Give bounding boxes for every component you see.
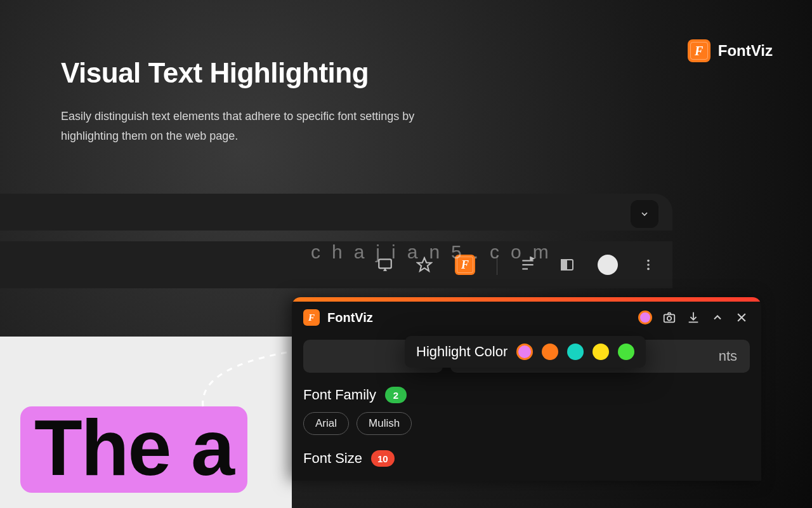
toolbar-separator bbox=[497, 255, 497, 275]
browser-tabbar bbox=[0, 194, 672, 231]
panel-header: FontViz bbox=[292, 302, 761, 336]
svg-marker-2 bbox=[417, 258, 431, 271]
hero-title: Visual Text Highlighting bbox=[61, 57, 416, 89]
panel-logo-icon bbox=[303, 309, 320, 326]
color-swatch-4[interactable] bbox=[618, 344, 634, 360]
chip-arial[interactable]: Arial bbox=[303, 412, 349, 435]
extension-panel: FontViz nts Highlight Color bbox=[292, 297, 761, 481]
font-family-count-badge: 2 bbox=[385, 387, 407, 403]
svg-rect-12 bbox=[664, 314, 675, 322]
collapse-up-icon[interactable] bbox=[709, 309, 726, 326]
font-size-label: Font Size bbox=[303, 450, 362, 467]
collapse-button[interactable] bbox=[631, 200, 658, 228]
highlight-color-label: Highlight Color bbox=[416, 344, 508, 360]
brand-icon bbox=[688, 39, 710, 62]
chip-mulish[interactable]: Mulish bbox=[357, 412, 412, 435]
panel-accent-bar bbox=[292, 297, 761, 302]
svg-rect-7 bbox=[561, 260, 566, 270]
panel-title: FontViz bbox=[327, 311, 373, 325]
fontviz-extension-icon[interactable] bbox=[455, 255, 475, 275]
svg-point-10 bbox=[647, 268, 650, 271]
chevron-down-icon bbox=[639, 209, 650, 219]
font-family-chips: Arial Mulish bbox=[303, 412, 750, 435]
svg-point-13 bbox=[667, 316, 671, 320]
reading-list-icon[interactable] bbox=[519, 256, 537, 274]
brand-lockup: FontViz bbox=[688, 39, 773, 62]
color-swatch-2[interactable] bbox=[567, 344, 584, 360]
close-icon[interactable] bbox=[733, 309, 750, 326]
highlight-color-button[interactable] bbox=[637, 309, 653, 326]
hero: Visual Text Highlighting Easily distingu… bbox=[61, 57, 416, 145]
download-icon[interactable] bbox=[685, 309, 702, 326]
hero-subtitle: Easily distinguish text elements that ad… bbox=[61, 107, 416, 145]
color-swatch-1[interactable] bbox=[542, 344, 558, 360]
font-size-section: Font Size 10 bbox=[303, 450, 750, 467]
browser-toolbar bbox=[0, 241, 672, 288]
svg-rect-0 bbox=[379, 259, 391, 268]
highlighted-sample-text: The a bbox=[20, 406, 247, 493]
screenshot-icon[interactable] bbox=[661, 309, 678, 326]
svg-point-9 bbox=[647, 264, 650, 266]
profile-avatar[interactable] bbox=[598, 255, 618, 275]
color-swatch-0[interactable] bbox=[516, 344, 533, 360]
cast-icon[interactable] bbox=[376, 256, 394, 274]
highlight-color-popover: Highlight Color bbox=[405, 336, 646, 368]
svg-point-8 bbox=[647, 260, 650, 262]
kebab-menu-icon[interactable] bbox=[639, 256, 657, 274]
sidepanel-icon[interactable] bbox=[558, 256, 576, 274]
bookmark-star-icon[interactable] bbox=[416, 256, 433, 274]
font-family-label: Font Family bbox=[303, 387, 376, 403]
font-family-section: Font Family 2 bbox=[303, 387, 750, 403]
color-swatch-3[interactable] bbox=[593, 344, 609, 360]
brand-name: FontViz bbox=[718, 42, 773, 60]
search-row: nts Highlight Color bbox=[303, 340, 750, 373]
font-size-count-badge: 10 bbox=[371, 450, 395, 467]
